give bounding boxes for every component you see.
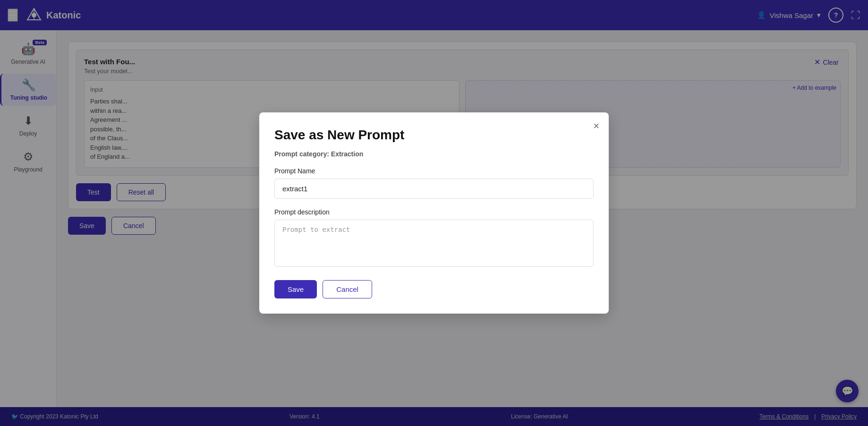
modal-category: Prompt category: Extraction xyxy=(274,150,594,158)
save-prompt-modal: × Save as New Prompt Prompt category: Ex… xyxy=(259,112,609,314)
prompt-description-input[interactable] xyxy=(274,220,594,267)
modal-category-label: Prompt category: xyxy=(274,150,329,158)
prompt-description-label: Prompt description xyxy=(274,208,594,216)
prompt-name-label: Prompt Name xyxy=(274,167,594,175)
modal-actions: Save Cancel xyxy=(274,280,594,298)
modal-title: Save as New Prompt xyxy=(274,128,594,143)
modal-close-button[interactable]: × xyxy=(593,120,599,132)
modal-overlay[interactable]: × Save as New Prompt Prompt category: Ex… xyxy=(0,0,868,426)
modal-cancel-button[interactable]: Cancel xyxy=(323,280,372,298)
modal-category-value: Extraction xyxy=(331,150,363,158)
modal-save-button[interactable]: Save xyxy=(274,280,317,298)
prompt-name-input[interactable] xyxy=(274,179,594,199)
